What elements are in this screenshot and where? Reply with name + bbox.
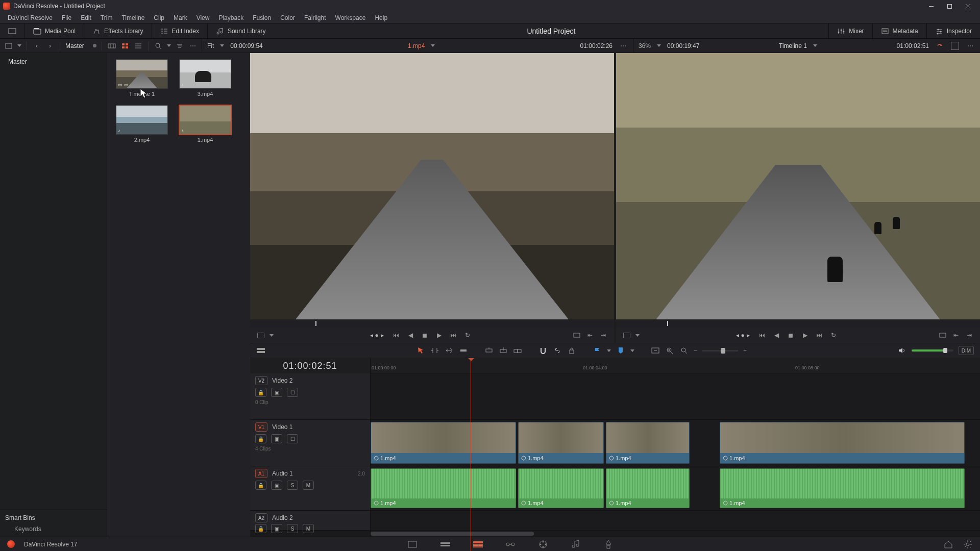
loop-icon[interactable]: ↻ [463, 331, 472, 340]
insert-clip-icon[interactable] [484, 346, 494, 355]
fairlight-page-icon[interactable] [571, 539, 581, 549]
tl-mf-caret-icon[interactable] [635, 334, 640, 337]
zoom-to-fit-icon[interactable] [651, 346, 660, 355]
smart-bins-header[interactable]: Smart Bins [5, 514, 102, 521]
marker-icon[interactable] [616, 346, 625, 355]
auto-select-icon[interactable]: ▣ [271, 434, 282, 443]
window-close-button[interactable] [959, 0, 977, 12]
track-chip-a1[interactable]: A1 [255, 469, 267, 478]
edit-index-button[interactable]: Edit Index [157, 25, 202, 37]
timeline-ruler[interactable]: 01:00:00:00 01:00:04:00 01:00:08:00 [371, 358, 980, 373]
audio-clip[interactable]: 1.mp4 [606, 468, 690, 508]
timeline-view-icon[interactable] [256, 346, 265, 355]
audio-clip[interactable]: 1.mp4 [518, 468, 604, 508]
tl-go-out-icon[interactable]: ⇥ [965, 331, 974, 340]
source-clip-name[interactable]: 1.mp4 [408, 42, 425, 49]
lane-a1[interactable]: 1.mp41.mp41.mp41.mp4 [371, 466, 980, 510]
sound-library-button[interactable]: Sound Library [213, 25, 269, 37]
video-clip[interactable]: 1.mp4 [606, 422, 690, 464]
filmstrip-view-icon[interactable] [107, 41, 116, 51]
menu-file[interactable]: File [57, 13, 76, 22]
auto-select-icon[interactable]: ▣ [271, 388, 282, 397]
source-viewer[interactable] [250, 53, 614, 319]
lane-a2[interactable] [371, 511, 980, 530]
fit-caret-icon[interactable] [220, 44, 224, 47]
source-options-icon[interactable]: ⋯ [619, 41, 628, 51]
lane-v1[interactable]: 1.mp41.mp41.mp41.mp4 [371, 420, 980, 466]
media-item-2mp4[interactable]: ♪ 2.mp4 [114, 105, 169, 143]
mf-caret-icon[interactable] [270, 334, 274, 337]
zoom-plus-icon[interactable]: + [743, 347, 747, 354]
timeline-zoom-slider[interactable] [702, 350, 738, 352]
play-icon[interactable]: ▶ [434, 331, 444, 340]
bin-root[interactable]: Master [5, 56, 102, 67]
smart-bin-keywords[interactable]: Keywords [5, 525, 102, 533]
video-clip[interactable]: 1.mp4 [371, 422, 516, 464]
tl-matchframe-icon[interactable] [622, 331, 631, 340]
overwrite-clip-icon[interactable] [499, 346, 508, 355]
tl-in-arrow-icon[interactable]: ◂ [736, 332, 739, 339]
lock-icon[interactable] [567, 346, 576, 355]
mute-icon[interactable] [897, 346, 906, 355]
timeline-viewer[interactable] [616, 53, 980, 319]
solo-button[interactable]: S [287, 524, 298, 533]
next-clip-icon[interactable]: ⏭ [449, 331, 458, 340]
tl-out-arrow-icon[interactable]: ▸ [747, 332, 750, 339]
menu-view[interactable]: View [192, 13, 214, 22]
dim-button[interactable]: DIM [959, 346, 974, 355]
menu-trim[interactable]: Trim [96, 13, 117, 22]
single-viewer-icon[interactable] [950, 41, 960, 51]
timeline-options-icon[interactable]: ⋯ [966, 41, 975, 51]
tl-play-icon[interactable]: ▶ [800, 331, 810, 340]
track-chip-v2[interactable]: V2 [255, 376, 267, 385]
audio-clip[interactable]: 1.mp4 [371, 468, 516, 508]
bin-breadcrumb[interactable]: Master [65, 42, 84, 49]
nav-back-icon[interactable]: ‹ [32, 41, 41, 51]
window-minimize-button[interactable] [922, 0, 940, 12]
search-dropdown-icon[interactable] [167, 44, 171, 47]
timeline-name-caret-icon[interactable] [813, 44, 817, 47]
snapping-icon[interactable] [538, 346, 548, 355]
track-disable-icon[interactable]: ☐ [287, 434, 298, 443]
inspector-button[interactable]: Inspector [932, 25, 975, 37]
tl-stop-icon[interactable]: ◼ [786, 331, 795, 340]
bin-options-icon[interactable]: ⋯ [188, 41, 198, 51]
tl-next-clip-icon[interactable]: ⏭ [815, 331, 824, 340]
tl-loop-icon[interactable]: ↻ [829, 331, 838, 340]
selection-tool-icon[interactable] [416, 346, 425, 355]
flag-icon[interactable] [593, 346, 602, 355]
menu-timeline[interactable]: Timeline [117, 13, 149, 22]
project-settings-icon[interactable] [963, 539, 973, 549]
prev-clip-icon[interactable]: ⏮ [391, 331, 401, 340]
mute-button[interactable]: M [303, 524, 314, 533]
source-fit-dropdown[interactable]: Fit [207, 42, 214, 49]
effects-library-button[interactable]: Effects Library [89, 25, 146, 37]
flag-caret-icon[interactable] [607, 349, 611, 352]
color-page-icon[interactable] [538, 539, 548, 549]
metadata-button[interactable]: Metadata [878, 25, 921, 37]
list-view-icon[interactable] [134, 41, 143, 51]
track-lock-icon[interactable]: 🔒 [255, 481, 266, 490]
track-lock-icon[interactable]: 🔒 [255, 524, 266, 533]
source-scrubber[interactable] [250, 319, 614, 328]
track-chip-a2[interactable]: A2 [255, 513, 267, 522]
menu-edit[interactable]: Edit [76, 13, 96, 22]
cut-page-icon[interactable] [440, 539, 450, 549]
step-back-icon[interactable]: ◀ [406, 331, 415, 340]
replace-clip-icon[interactable] [513, 346, 522, 355]
timeline-name[interactable]: Timeline 1 [779, 42, 807, 49]
menu-help[interactable]: Help [370, 13, 392, 22]
video-clip[interactable]: 1.mp4 [518, 422, 604, 464]
menu-workspace[interactable]: Workspace [331, 13, 371, 22]
zoom-minus-icon[interactable]: − [694, 347, 697, 354]
tl-go-in-icon[interactable]: ⇤ [951, 331, 961, 340]
video-clip[interactable]: 1.mp4 [720, 422, 965, 464]
track-chip-v1[interactable]: V1 [255, 422, 267, 432]
mark-in-icon[interactable] [572, 331, 581, 340]
thumbnail-view-icon[interactable] [120, 41, 130, 51]
menu-color[interactable]: Color [276, 13, 300, 22]
mixer-button[interactable]: Mixer [834, 25, 867, 37]
gang-icon[interactable] [935, 41, 944, 51]
media-item-3mp4[interactable]: ♪ 3.mp4 [178, 59, 233, 97]
out-arrow-icon[interactable]: ▸ [381, 332, 384, 339]
